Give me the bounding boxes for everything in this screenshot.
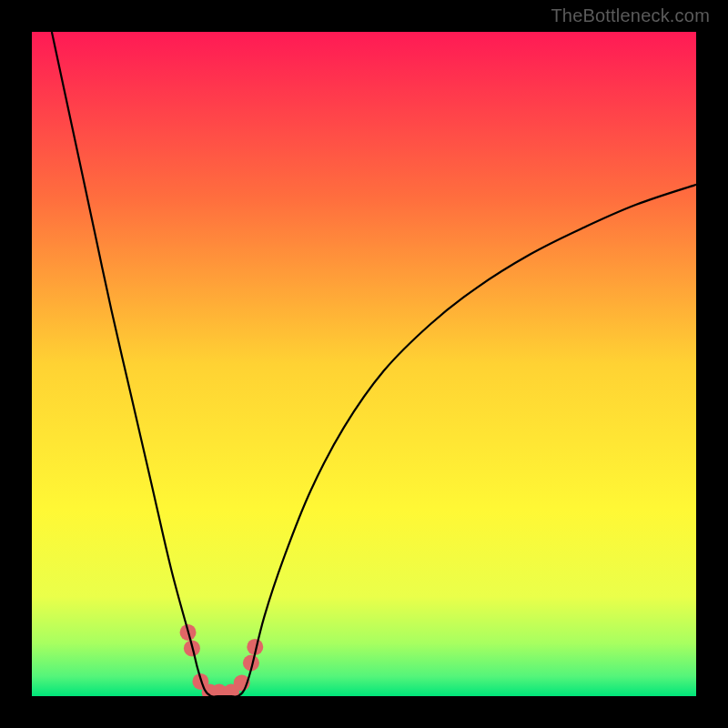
curve-layer [32,32,696,696]
chart-frame: TheBottleneck.com [0,0,728,728]
bottleneck-curve [52,32,696,696]
watermark-text: TheBottleneck.com [551,5,710,26]
marker-group [180,624,264,696]
plot-area [32,32,696,696]
